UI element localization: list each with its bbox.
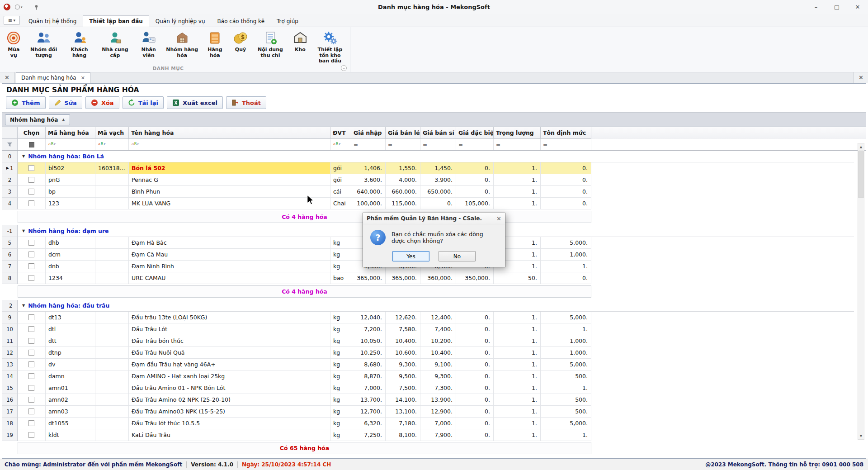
- product-row[interactable]: 12dtnpĐầu Trâu Nuôi Quảkg10,250.10,600.1…: [2, 347, 866, 359]
- select-cell[interactable]: [18, 370, 46, 382]
- collapse-group-icon[interactable]: ▼: [22, 304, 25, 308]
- yes-button[interactable]: Yes: [392, 251, 429, 261]
- ribbon-item-thiet-lap-ton-kho-ban-dau[interactable]: Thiết lập tồn kho ban đầu: [312, 29, 348, 65]
- column-header-trong-luong[interactable]: Trọng lượng: [494, 127, 541, 139]
- row-checkbox[interactable]: [28, 263, 34, 269]
- ribbon-item-quy[interactable]: $Quỹ: [230, 29, 251, 54]
- row-checkbox[interactable]: [28, 338, 34, 344]
- ribbon-item-khach-hang[interactable]: Khách hàng: [63, 29, 96, 59]
- select-cell[interactable]: [18, 394, 46, 406]
- product-row[interactable]: 11dttĐầu Trâu bón thúckg10,050.10,400.10…: [2, 335, 866, 347]
- toolbar-button-tai-lai[interactable]: Tải lại: [123, 96, 164, 109]
- select-cell[interactable]: [18, 237, 46, 249]
- record-menu-icon[interactable]: ▾: [15, 5, 23, 9]
- product-row[interactable]: 2pnGPennac Ggói3,600.4,000.3,900.0.1.0.: [2, 174, 866, 186]
- column-header-gia-nhap[interactable]: Giá nhập: [351, 127, 386, 139]
- minimize-button[interactable]: –: [806, 0, 826, 14]
- scroll-up-icon[interactable]: ▲: [858, 143, 864, 150]
- ribbon-item-nha-cung-cap[interactable]: Nhà cung cấp: [97, 29, 133, 59]
- toolbar-button-thoat[interactable]: Thoát: [226, 96, 266, 109]
- maximize-button[interactable]: ▢: [826, 0, 847, 14]
- select-cell[interactable]: [18, 382, 46, 394]
- ribbon-item-noi-dung-thu-chi[interactable]: Nội dung thu chi: [252, 29, 288, 59]
- row-checkbox[interactable]: [28, 314, 34, 320]
- row-checkbox[interactable]: [28, 350, 34, 356]
- row-checkbox[interactable]: [28, 326, 34, 332]
- ribbon-item-kho[interactable]: Kho: [289, 29, 311, 54]
- select-cell[interactable]: [18, 347, 46, 359]
- ribbon-item-nhom-hang-hoa[interactable]: Nhóm hàng hóa: [164, 29, 200, 59]
- product-row[interactable]: 3bpBình Phuncái640,000.660,000.650,000.0…: [2, 186, 866, 198]
- document-tab-danh-muc-hang-hoa[interactable]: Danh mục hàng hóa ✕: [16, 72, 90, 83]
- toolbar-button-xoa[interactable]: Xóa: [85, 96, 119, 109]
- filter-cell-ma-vach[interactable]: aBc: [95, 139, 129, 150]
- select-cell[interactable]: [18, 429, 46, 441]
- vertical-scrollbar[interactable]: ▲ ▼: [858, 143, 864, 440]
- filter-cell-gia-dac-biet[interactable]: =: [456, 139, 494, 150]
- product-row[interactable]: 17amn03Đầu Trâu Amino03 NPK (15-5-25)kg1…: [2, 406, 866, 418]
- filter-cell-chon[interactable]: [18, 139, 46, 150]
- select-cell[interactable]: [18, 261, 46, 272]
- pin-icon[interactable]: [33, 4, 39, 10]
- product-row[interactable]: 81234URE CAMAUbao365,000.365,000.360,000…: [2, 272, 866, 284]
- column-header-ton-dinh-muc[interactable]: Tồn định mức: [541, 127, 591, 139]
- column-header-ma-hang-hoa[interactable]: Mã hàng hóa: [46, 127, 95, 139]
- product-row[interactable]: 18dt1055Đầu Trâu lót thúc 10.5.5kg6,320.…: [2, 418, 866, 429]
- select-cell[interactable]: [18, 186, 46, 198]
- product-row[interactable]: 4123MK LUA VANGChai100,000.115,000.0.105…: [2, 198, 866, 209]
- column-header-gia-ban-si[interactable]: Giá bán sỉ: [420, 127, 456, 139]
- filter-cell-gia-ban-si[interactable]: =: [420, 139, 456, 150]
- filter-cell-ten-hang-hoa[interactable]: aBc: [129, 139, 330, 150]
- row-checkbox[interactable]: [28, 165, 34, 171]
- collapse-group-icon[interactable]: ▼: [22, 154, 25, 158]
- select-cell[interactable]: [18, 198, 46, 209]
- collapse-group-icon[interactable]: ▼: [22, 229, 25, 233]
- select-cell[interactable]: [18, 335, 46, 347]
- select-cell[interactable]: [18, 312, 46, 323]
- product-row[interactable]: 19kldtKaLi Đầu Trâukg7,250.8,100.7,900.0…: [2, 429, 866, 441]
- product-row[interactable]: 14damnĐạm AMINO - Hạt xanh loại 25kgkg8,…: [2, 370, 866, 382]
- app-menu-button[interactable]: ▦▾: [4, 16, 20, 25]
- product-row[interactable]: 13dvĐạm đầu Trâu hạt vàng 46A+kg8,680.9,…: [2, 359, 866, 370]
- ribbon-item-nhom-doi-tuong[interactable]: Nhóm đối tượng: [26, 29, 62, 59]
- ribbon-tab-tro-giup[interactable]: Trợ giúp: [271, 15, 304, 27]
- row-checkbox[interactable]: [28, 373, 34, 379]
- group-by-chip[interactable]: Nhóm hàng hóa ▲: [5, 114, 70, 125]
- filter-cell-trong-luong[interactable]: =: [494, 139, 541, 150]
- ribbon-tab-bao-cao-thong-ke[interactable]: Báo cáo thống kê: [212, 15, 270, 27]
- scroll-down-icon[interactable]: ▼: [858, 432, 864, 439]
- row-checkbox[interactable]: [28, 177, 34, 183]
- toolbar-button-them[interactable]: Thêm: [6, 96, 46, 109]
- select-cell[interactable]: [18, 359, 46, 370]
- product-row[interactable]: 9dt13Đầu trâu 13te (LOẠI 50KG)kg12,040.1…: [2, 312, 866, 323]
- filter-cell-gia-ban-le[interactable]: =: [386, 139, 420, 150]
- row-checkbox[interactable]: [28, 385, 34, 391]
- product-row[interactable]: 16amn02Đầu Trâu Amino 02 NPK (25-20-10)k…: [2, 394, 866, 406]
- ribbon-item-mua-vu[interactable]: Mùa vụ: [3, 29, 25, 59]
- ribbon-tab-quan-ly-nghiep-vu[interactable]: Quản lý nghiệp vụ: [150, 15, 211, 27]
- ribbon-tab-quan-tri-he-thong[interactable]: Quản trị hệ thống: [23, 15, 82, 27]
- filter-cell-ton-dinh-muc[interactable]: =: [541, 139, 591, 150]
- filter-checkbox[interactable]: [29, 142, 34, 147]
- row-checkbox[interactable]: [28, 189, 34, 195]
- select-cell[interactable]: [18, 174, 46, 186]
- ribbon-item-nhan-vien[interactable]: Nhân viên: [134, 29, 163, 59]
- product-row[interactable]: 10dtlĐầu Trâu Lótkg7,200.7,580.7,400.0.1…: [2, 323, 866, 335]
- toolbar-button-xuat-excel[interactable]: Xuất excel: [167, 96, 223, 109]
- product-row[interactable]: 15amn01Đầu trâu Amino 01 - NPK Bón Lótkg…: [2, 382, 866, 394]
- row-checkbox[interactable]: [28, 397, 34, 403]
- dialog-close-icon[interactable]: ✕: [496, 215, 501, 222]
- filter-cell-ma-hang-hoa[interactable]: aBc: [46, 139, 95, 150]
- row-checkbox[interactable]: [28, 275, 34, 281]
- row-checkbox[interactable]: [28, 420, 34, 426]
- select-cell[interactable]: [18, 406, 46, 418]
- column-header-gia-dac-biet[interactable]: Giá đặc biệt: [456, 127, 494, 139]
- app-logo-icon[interactable]: [4, 4, 10, 10]
- product-row[interactable]: ▶1bl502160318...Bón lá 502gói1,406.1,550…: [2, 162, 866, 174]
- column-header-dvt[interactable]: ĐVT: [330, 127, 351, 139]
- filter-cell-gia-nhap[interactable]: =: [351, 139, 386, 150]
- group-row[interactable]: 0▼Nhóm hàng hóa: Bón Lá: [2, 151, 854, 162]
- column-header-ma-vach[interactable]: Mã vạch: [95, 127, 129, 139]
- column-header-chon[interactable]: Chọn: [18, 127, 46, 139]
- row-checkbox[interactable]: [28, 240, 34, 246]
